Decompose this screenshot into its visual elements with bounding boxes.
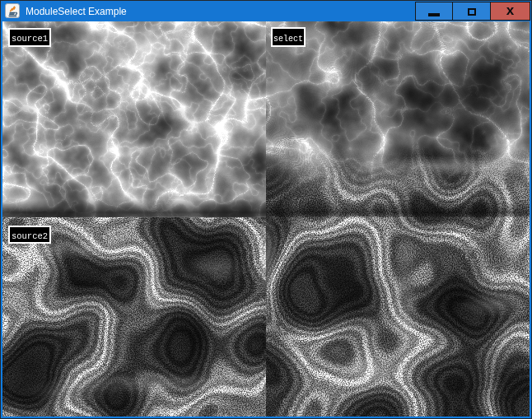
svg-text:source2: source2 — [12, 231, 48, 241]
svg-text:select: select — [273, 35, 303, 44]
svg-text:source1: source1 — [12, 34, 48, 44]
